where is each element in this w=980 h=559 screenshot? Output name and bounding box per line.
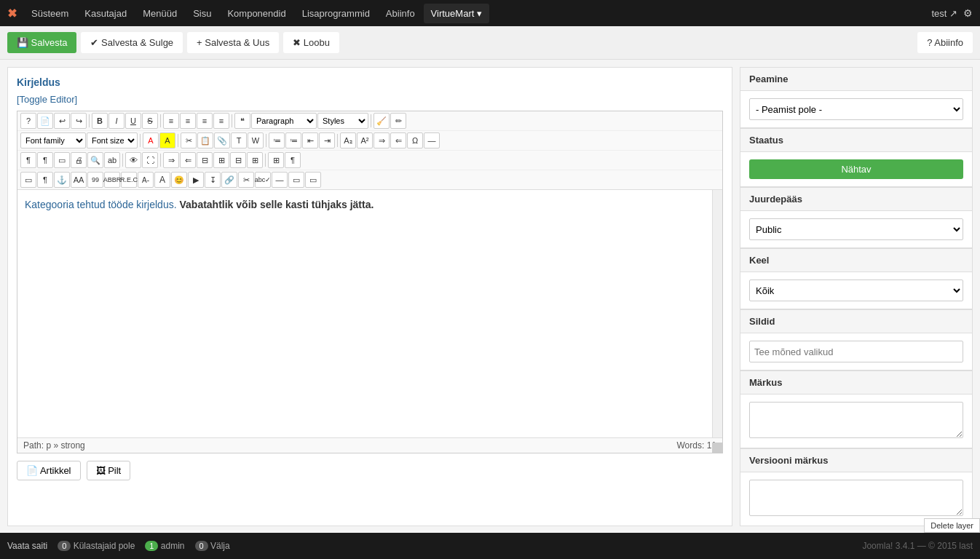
copy-btn[interactable]: 📋 <box>197 132 213 148</box>
nav-item-virtuemart[interactable]: VirtueMart ▾ <box>424 4 489 23</box>
font-color-btn[interactable]: A <box>143 132 159 148</box>
unlink-btn[interactable]: ✂ <box>238 172 254 188</box>
nav-item-extensions[interactable]: Lisaprogrammid <box>295 4 377 23</box>
new-doc-btn[interactable]: 📄 <box>37 113 53 129</box>
paragraph-select[interactable]: Paragraph <box>251 113 317 129</box>
blockquote-btn[interactable]: ❝ <box>234 113 250 129</box>
special-char-btn[interactable]: Ω <box>407 132 423 148</box>
font-a2-btn[interactable]: A <box>154 172 170 188</box>
nav-item-system[interactable]: Süsteem <box>24 4 76 23</box>
nav-item-help[interactable]: Abiinfo <box>379 4 422 23</box>
article-button[interactable]: 📄 Artikkel <box>17 461 81 480</box>
main-select[interactable]: - Peamist pole - <box>749 98 963 120</box>
table-btn[interactable]: ⊞ <box>268 152 284 168</box>
nav-item-content[interactable]: Sisu <box>186 4 218 23</box>
para-btn[interactable]: ¶ <box>37 172 53 188</box>
insert-btn[interactable]: ↧ <box>205 172 221 188</box>
strikethrough-btn[interactable]: S <box>142 113 158 129</box>
acronym-btn[interactable]: ABBR <box>104 172 120 188</box>
font-a-btn[interactable]: A- <box>138 172 154 188</box>
superscript-btn[interactable]: A² <box>357 132 373 148</box>
extra1-btn[interactable]: ▭ <box>288 172 304 188</box>
preview-btn[interactable]: 👁 <box>125 152 141 168</box>
tbl-row-del-btn[interactable]: ⊟ <box>197 152 213 168</box>
editor-resize-handle[interactable] <box>712 443 722 453</box>
editor-body[interactable]: Kategooria tehtud tööde kirjeldus. Vabat… <box>17 190 722 437</box>
access-select[interactable]: Public <box>749 218 963 240</box>
italic-btn[interactable]: I <box>108 113 125 129</box>
indent-btn[interactable]: ⇥ <box>319 132 335 148</box>
toggle-editor-link[interactable]: [Toggle Editor] <box>17 94 77 105</box>
undo-btn[interactable]: ↩ <box>54 113 70 129</box>
align-center-btn[interactable]: ≡ <box>180 113 196 129</box>
test-link[interactable]: test ↗ <box>931 8 957 19</box>
outdent-btn[interactable]: ⇤ <box>302 132 318 148</box>
nav-item-components[interactable]: Komponendid <box>220 4 293 23</box>
paste-text-btn[interactable]: T <box>231 132 247 148</box>
iframe-btn[interactable]: ▭ <box>54 152 70 168</box>
editor-scrollbar[interactable] <box>712 190 722 437</box>
print-btn[interactable]: 🖨 <box>71 152 87 168</box>
align-right-btn[interactable]: ≡ <box>197 113 213 129</box>
tags-input[interactable] <box>749 341 963 362</box>
ltr-btn[interactable]: ⇒ <box>374 132 390 148</box>
styles-select[interactable]: Styles <box>317 113 368 129</box>
pagebreak-btn[interactable]: ¶ <box>37 152 53 168</box>
tbl-col-del-btn[interactable]: ⊟ <box>230 152 246 168</box>
tbl-col-add-btn[interactable]: ⊞ <box>247 152 263 168</box>
ordered-list-btn[interactable]: ≔ <box>285 132 301 148</box>
delete-layer-button[interactable]: Delete layer <box>924 518 980 533</box>
emoticon-btn[interactable]: 😊 <box>171 172 187 188</box>
help-btn[interactable]: ? <box>20 113 36 129</box>
version-textarea[interactable] <box>749 480 963 516</box>
status-button[interactable]: Nähtav <box>749 159 963 179</box>
tbl-row-add-btn[interactable]: ⊞ <box>213 152 229 168</box>
replace-btn[interactable]: ab <box>104 152 120 168</box>
link-btn[interactable]: 🔗 <box>221 172 237 188</box>
cut-btn[interactable]: ✂ <box>181 132 197 148</box>
underline-btn[interactable]: U <box>125 113 141 129</box>
fullscreen-btn[interactable]: ⛶ <box>142 152 158 168</box>
hr-btn[interactable]: — <box>424 132 440 148</box>
notes-textarea[interactable] <box>749 402 963 438</box>
align-left-btn[interactable]: ≡ <box>163 113 179 129</box>
dash-btn[interactable]: — <box>272 172 288 188</box>
language-select[interactable]: Kõik <box>749 280 963 301</box>
abbr-btn[interactable]: 99 <box>87 172 103 188</box>
anchor-btn[interactable]: ⚓ <box>54 172 70 188</box>
bold-btn[interactable]: B <box>92 113 108 129</box>
subscript-btn[interactable]: A₂ <box>340 132 356 148</box>
nav-item-users[interactable]: Kasutajad <box>77 4 134 23</box>
editor-content[interactable]: Kategooria tehtud tööde kirjeldus. Vabat… <box>25 197 715 213</box>
source2-btn[interactable]: R.E.C <box>121 172 137 188</box>
font-size-select[interactable]: Font size <box>87 132 138 148</box>
font-family-select[interactable]: Font family <box>20 132 86 148</box>
cancel-button[interactable]: ✖ Loobu <box>283 32 339 53</box>
border-btn[interactable]: ▭ <box>20 172 36 188</box>
rtl2-btn[interactable]: ⇐ <box>180 152 196 168</box>
align-justify-btn[interactable]: ≡ <box>213 113 229 129</box>
paste-btn[interactable]: 📎 <box>214 132 230 148</box>
unordered-list-btn[interactable]: ≔ <box>269 132 285 148</box>
media-btn[interactable]: ▶ <box>188 172 204 188</box>
styles2-btn[interactable]: AA <box>71 172 87 188</box>
rtl-btn[interactable]: ⇐ <box>390 132 406 148</box>
source-btn[interactable]: ✏ <box>390 113 406 129</box>
save-new-button[interactable]: + Salvesta & Uus <box>187 32 279 53</box>
bg-color-btn[interactable]: A <box>159 132 175 148</box>
nonbreaking-btn[interactable]: ¶ <box>20 152 36 168</box>
search-btn[interactable]: 🔍 <box>87 152 103 168</box>
image-button[interactable]: 🖼 Pilt <box>87 461 131 480</box>
redo-btn[interactable]: ↪ <box>71 113 87 129</box>
gear-icon[interactable]: ⚙ <box>963 7 973 19</box>
table-props-btn[interactable]: ¶ <box>285 152 301 168</box>
help-button[interactable]: ? Abiinfo <box>917 32 973 53</box>
paste-word-btn[interactable]: W <box>248 132 264 148</box>
nav-item-menus[interactable]: Menüüd <box>135 4 184 23</box>
save-close-button[interactable]: ✔ Salvesta & Sulge <box>81 32 183 53</box>
spellcheck-btn[interactable]: abc✓ <box>255 172 271 188</box>
clear-formatting-btn[interactable]: 🧹 <box>374 113 390 129</box>
ltr2-btn[interactable]: ⇒ <box>163 152 179 168</box>
save-button[interactable]: 💾 Salvesta <box>7 32 76 53</box>
extra2-btn[interactable]: ▭ <box>305 172 321 188</box>
